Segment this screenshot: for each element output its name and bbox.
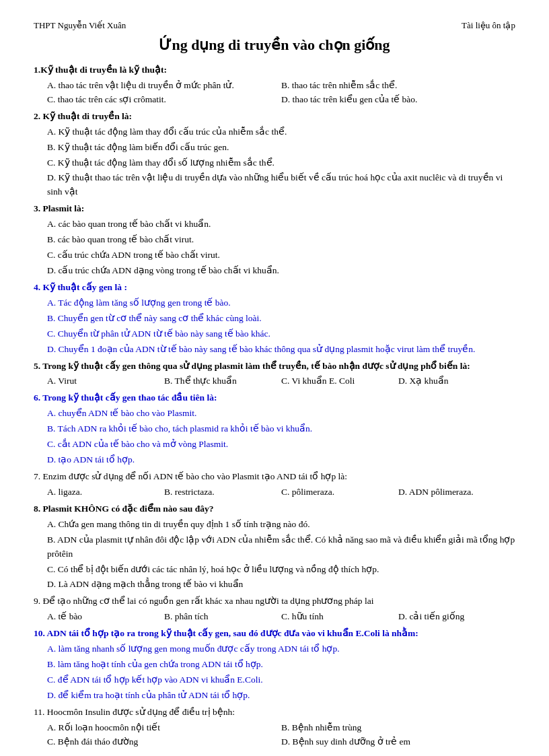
page-title: Ứng dụng di truyền vào chọn giống	[34, 36, 515, 54]
q5-a: A. Virut	[47, 374, 164, 388]
q9-a: A. tế bào	[47, 610, 164, 624]
q4-d: D. Chuyển 1 đoạn của ADN từ tế bào này s…	[47, 343, 515, 357]
q6-a: A. chuyển ADN tế bào cho vào Plasmit.	[47, 407, 515, 421]
q8-c: C. Có thể bị đột biến dưới các tác nhân …	[47, 563, 515, 577]
question-9: 9. Để tạo những cơ thể lai có nguồn gen …	[34, 594, 515, 624]
q7-text: 7. Enzim được sử dụng để nối ADN tế bào …	[34, 470, 515, 484]
q11-d: D. Bệnh suy dinh dưỡng ở trẻ em	[281, 735, 515, 749]
question-10: 10. ADN tái tổ hợp tạo ra trong kỹ thuật…	[34, 627, 515, 703]
question-11: 11. Hoocmôn Insulin được sử dụng để điều…	[34, 706, 515, 749]
q6-c: C. cắt ADN của tế bào cho và mở vòng Pla…	[47, 438, 515, 452]
q1-text: 1.Kỹ thuật di truyền là kỹ thuật:	[34, 65, 167, 75]
question-3: 3. Plasmit là: A. các bào quan trong tế …	[34, 202, 515, 278]
question-6: 6. Trong kỹ thuật cấy gen thao tác đầu t…	[34, 391, 515, 467]
q3-text: 3. Plasmit là:	[34, 203, 84, 213]
q6-b: B. Tách ADN ra khỏi tế bào cho, tách pla…	[47, 422, 515, 436]
q10-c: C. để ADN tái tổ hợp kết hợp vào ADN vi …	[47, 673, 515, 687]
q11-b: B. Bệnh nhiễm trùng	[281, 721, 515, 735]
q8-d: D. Là ADN dạng mạch thẳng trong tế bào v…	[47, 578, 515, 592]
question-5: 5. Trong kỹ thuật cấy gen thông qua sử d…	[34, 359, 515, 389]
q9-text: 9. Để tạo những cơ thể lai có nguồn gen …	[34, 594, 515, 609]
q5-text: 5. Trong kỹ thuật cấy gen thông qua sử d…	[34, 361, 470, 371]
q3-c: C. cấu trúc chứa ADN trong tế bào chất v…	[47, 248, 515, 263]
q8-b: B. ADN của plasmit tự nhân đôi độc lập v…	[47, 533, 515, 561]
q2-d: D. Kỹ thuật thao tác trên vật liệu di tr…	[47, 171, 515, 199]
q11-text: 11. Hoocmôn Insulin được sử dụng để điều…	[34, 706, 515, 720]
q6-d: D. tạo ADN tái tổ hợp.	[47, 453, 515, 467]
q7-a: A. ligaza.	[47, 485, 164, 500]
q4-a: A. Tác động làm tăng số lượng gen trong …	[47, 296, 515, 310]
q11-a: A. Rối loạn hoocmôn nội tiết	[47, 721, 281, 735]
q3-b: B. các bào quan trong tế bào chất virut.	[47, 233, 515, 247]
q4-b: B. Chuyển gen từ cơ thể này sang cơ thể …	[47, 312, 515, 326]
q8-a: A. Chứa gen mang thông tin di truyền quy…	[47, 518, 515, 532]
question-7: 7. Enzim được sử dụng để nối ADN tế bào …	[34, 470, 515, 500]
q5-b: B. Thể thực khuẩn	[164, 374, 281, 388]
q8-text: 8. Plasmit KHÔNG có đặc điểm nào sau đây…	[34, 504, 213, 514]
q11-c: C. Bệnh đái tháo đường	[47, 735, 281, 749]
q10-a: A. làm tăng nhanh số lượng gen mong muốn…	[47, 642, 515, 656]
q9-d: D. cải tiến giống	[398, 610, 515, 624]
q10-b: B. làm tăng hoạt tính của gen chứa trong…	[47, 658, 515, 672]
q10-text: 10. ADN tái tổ hợp tạo ra trong kỹ thuật…	[34, 628, 418, 638]
q7-b: B. restrictaza.	[164, 485, 281, 500]
q1-d: D. thao tác trên kiểu gen của tế bào.	[281, 93, 515, 107]
q3-d: D. cấu trúc chứa ADN dạng vòng trong tế …	[47, 264, 515, 278]
question-4: 4. Kỹ thuật cấy gen là : A. Tác động làm…	[34, 281, 515, 357]
q1-c: C. thao tác trên các sợi crômatit.	[47, 93, 281, 107]
q2-a: A. Kỹ thuật tác động làm thay đổi cấu tr…	[47, 125, 515, 139]
question-1: 1.Kỹ thuật di truyền là kỹ thuật: A. tha…	[34, 63, 515, 107]
q9-c: C. hữu tính	[281, 610, 398, 624]
header-right: Tài liệu ôn tập	[462, 20, 515, 31]
q4-text: 4. Kỹ thuật cấy gen là :	[34, 282, 127, 292]
q10-d: D. để kiểm tra hoạt tính của phân tử ADN…	[47, 689, 515, 703]
q5-d: D. Xạ khuẩn	[398, 374, 515, 388]
content-area: 1.Kỹ thuật di truyền là kỹ thuật: A. tha…	[34, 63, 515, 749]
q4-c: C. Chuyển từ phân tử ADN từ tế bào này s…	[47, 327, 515, 341]
q3-a: A. các bào quan trong tế bào chất vi khu…	[47, 217, 515, 232]
q2-b: B. Kỹ thuật tác động làm biến đổi cấu tr…	[47, 141, 515, 155]
q6-text: 6. Trong kỹ thuật cấy gen thao tác đầu t…	[34, 392, 217, 403]
q5-c: C. Vi khuẩn E. Coli	[281, 374, 398, 388]
q2-c: C. Kỹ thuật tác động làm thay đổi số lượ…	[47, 156, 515, 170]
question-2: 2. Kỹ thuật di truyền là: A. Kỹ thuật tá…	[34, 110, 515, 200]
header-left: THPT Nguyễn Viết Xuân	[34, 20, 126, 31]
q1-b: B. thao tác trên nhiễm sắc thể.	[281, 79, 515, 93]
q9-b: B. phân tích	[164, 610, 281, 624]
q1-a: A. thao tác trên vật liệu di truyền ở mứ…	[47, 79, 281, 93]
q2-text: 2. Kỹ thuật di truyền là:	[34, 111, 132, 121]
question-8: 8. Plasmit KHÔNG có đặc điểm nào sau đây…	[34, 502, 515, 592]
q7-c: C. pôlimeraza.	[281, 485, 398, 500]
q7-d: D. ADN pôlimeraza.	[398, 485, 515, 500]
